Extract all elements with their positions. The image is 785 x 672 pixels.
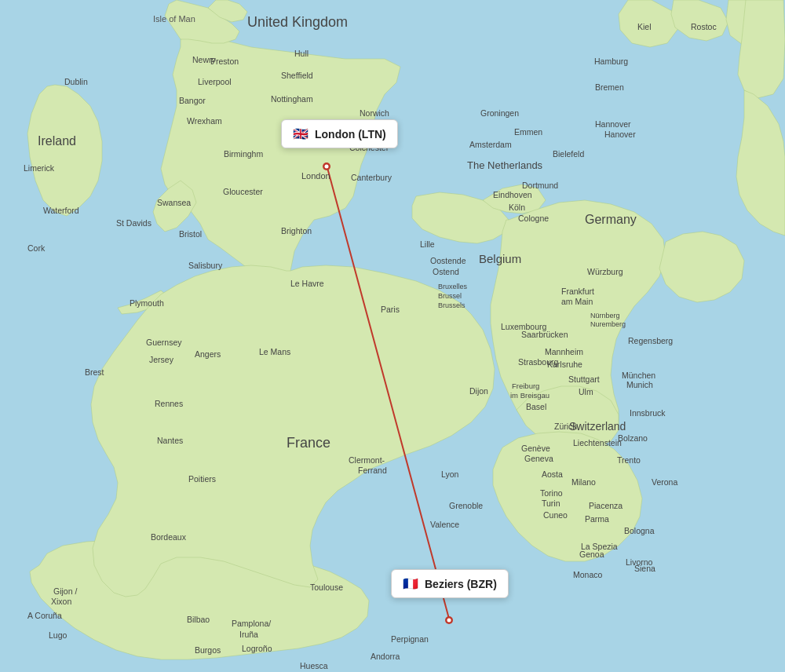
label-frankfurt: Frankfurt bbox=[561, 287, 594, 296]
london-dot-inner bbox=[325, 165, 329, 169]
label-norwich: Norwich bbox=[360, 108, 389, 118]
label-canterbury: Canterbury bbox=[351, 173, 392, 182]
label-verona: Verona bbox=[652, 477, 677, 487]
label-xixon: Xixon bbox=[51, 597, 71, 606]
london-label: London (LTN) bbox=[315, 128, 386, 141]
label-stuttgart: Stuttgart bbox=[568, 374, 600, 384]
label-lehavre: Le Havre bbox=[290, 279, 324, 288]
label-brussels3: Brussels bbox=[438, 301, 466, 309]
label-nurnberg: Nürnberg bbox=[590, 312, 620, 320]
label-dijon: Dijon bbox=[469, 386, 488, 396]
label-brest: Brest bbox=[85, 367, 104, 377]
label-bristol: Bristol bbox=[179, 229, 202, 239]
label-cuneo: Cuneo bbox=[543, 510, 568, 520]
label-london-city: London bbox=[301, 171, 330, 181]
label-hanover: Hanover bbox=[604, 130, 636, 139]
label-amsterdam: Amsterdam bbox=[469, 140, 512, 149]
label-hull: Hull bbox=[294, 49, 309, 58]
label-bordeaux: Bordeaux bbox=[151, 532, 187, 542]
label-saarbruck: Saarbrücken bbox=[521, 330, 568, 339]
label-ostend: Ostend bbox=[433, 267, 459, 276]
label-lyon: Lyon bbox=[441, 469, 459, 479]
label-burgos: Burgos bbox=[195, 645, 221, 655]
label-grenoble: Grenoble bbox=[449, 501, 483, 510]
label-france: France bbox=[287, 435, 330, 451]
label-trento: Trento bbox=[617, 455, 641, 465]
label-geneva: Genève bbox=[521, 444, 550, 453]
label-huesca: Huesca bbox=[300, 661, 328, 670]
label-clermont: Clermont- bbox=[349, 455, 385, 465]
label-brighton: Brighton bbox=[281, 226, 312, 236]
label-brussels: Bruxelles bbox=[438, 283, 468, 290]
label-oostende: Oostende bbox=[430, 256, 466, 265]
label-isle-of-man: Isle of Man bbox=[153, 14, 195, 24]
label-valence: Valence bbox=[430, 520, 459, 529]
label-dublin: Dublin bbox=[64, 77, 88, 86]
label-ferrand: Ferrand bbox=[358, 466, 387, 475]
label-monaco: Monaco bbox=[573, 570, 603, 579]
label-torino: Torino bbox=[540, 488, 563, 498]
label-ulm: Ulm bbox=[579, 387, 593, 396]
label-emmen: Emmen bbox=[514, 127, 542, 137]
label-plymouth: Plymouth bbox=[130, 298, 164, 308]
label-eindhoven: Eindhoven bbox=[493, 190, 532, 199]
label-wrexham: Wrexham bbox=[187, 116, 222, 126]
label-groningen: Groningen bbox=[480, 108, 519, 118]
label-paris: Paris bbox=[381, 305, 400, 314]
label-basel: Basel bbox=[526, 402, 546, 411]
label-kiel: Kiel bbox=[637, 22, 652, 31]
label-gloucester: Gloucester bbox=[223, 187, 263, 196]
label-aosta: Aosta bbox=[542, 469, 563, 479]
label-nuremberg: Nuremberg bbox=[590, 320, 626, 328]
label-cork: Cork bbox=[27, 243, 46, 253]
london-popup: 🇬🇧 London (LTN) bbox=[281, 119, 398, 148]
beziers-dot-inner bbox=[447, 619, 451, 623]
label-brussels2: Brussel bbox=[438, 292, 462, 300]
label-bielefeld: Bielefeld bbox=[553, 149, 584, 159]
label-piacenza: Piacenza bbox=[589, 501, 623, 510]
label-angers: Angers bbox=[195, 349, 221, 359]
label-wurzburg: Würzburg bbox=[587, 267, 623, 276]
label-birmingham: Birminghm bbox=[224, 149, 263, 159]
beziers-popup: 🇫🇷 Beziers (BZR) bbox=[391, 569, 509, 598]
label-freiburg2: im Breisgau bbox=[510, 391, 550, 400]
label-hannover: Hannover bbox=[595, 119, 631, 129]
label-poitiers: Poitiers bbox=[188, 474, 216, 484]
label-salisbury: Salisbury bbox=[188, 261, 223, 270]
label-gijon: Gijon / bbox=[53, 586, 77, 596]
label-laspezia: La Spezia bbox=[581, 542, 618, 551]
label-germany: Germany bbox=[585, 213, 637, 226]
label-bologna: Bologna bbox=[624, 526, 655, 535]
label-preston: Preston bbox=[210, 57, 239, 66]
label-bolzano: Bolzano bbox=[618, 433, 648, 443]
label-guernsey: Guernsey bbox=[146, 338, 182, 347]
label-perpignan: Perpignan bbox=[391, 634, 429, 644]
label-strasbourg: Strasbourg bbox=[518, 357, 559, 367]
label-andorra: Andorra bbox=[371, 652, 400, 661]
label-waterford: Waterford bbox=[43, 206, 79, 215]
london-flag: 🇬🇧 bbox=[293, 126, 309, 141]
label-zurich: Zürich bbox=[554, 422, 577, 431]
label-siena: Siena bbox=[634, 564, 655, 573]
label-switzerland: Switzerland bbox=[569, 420, 626, 433]
map-container: United Kingdom Isle of Man Ireland Franc… bbox=[0, 0, 785, 672]
label-acoruna: A Coruña bbox=[27, 611, 62, 620]
label-mannheim: Mannheim bbox=[545, 347, 583, 356]
label-jersey: Jersey bbox=[149, 355, 174, 364]
label-parma: Parma bbox=[585, 514, 609, 524]
label-limerick: Limerick bbox=[24, 163, 55, 173]
label-hamburg: Hamburg bbox=[594, 57, 628, 66]
label-belgium: Belgium bbox=[479, 252, 521, 265]
label-nantes: Nantes bbox=[157, 436, 183, 445]
label-logrono: Logroño bbox=[242, 644, 272, 653]
label-nottingham: Nottingham bbox=[271, 94, 313, 104]
label-freiburg: Freiburg bbox=[512, 382, 539, 390]
label-lemans: Le Mans bbox=[259, 347, 290, 356]
label-stdavids: St Davids bbox=[116, 218, 152, 228]
label-bangor: Bangor bbox=[179, 96, 206, 105]
label-bilbao: Bilbao bbox=[187, 615, 210, 624]
label-iruna: Iruña bbox=[239, 630, 258, 639]
label-pamplona: Pamplona/ bbox=[232, 619, 271, 628]
label-toulouse: Toulouse bbox=[310, 583, 343, 592]
label-liechtenstein: Liechtenstein bbox=[573, 438, 622, 447]
